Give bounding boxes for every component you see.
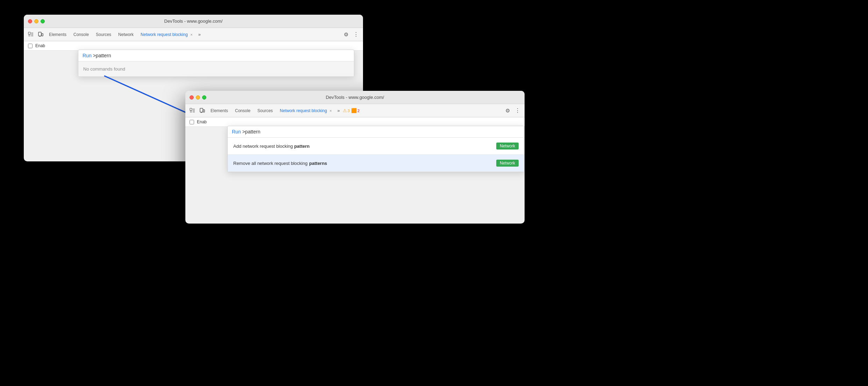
tab-close-icon-2[interactable]: ×	[329, 109, 332, 113]
toolbar-1: Elements Console Sources Network Network…	[24, 28, 363, 41]
svg-rect-6	[190, 108, 192, 110]
command-text-2: >pattern	[242, 129, 261, 134]
traffic-lights-2	[190, 95, 206, 100]
command-palette-1: Run >pattern No commands found	[78, 50, 354, 77]
network-badge-1: Network	[496, 143, 519, 150]
enable-checkbox-2[interactable]	[190, 120, 194, 124]
no-results-1: No commands found	[78, 61, 354, 77]
error-count: 2	[357, 109, 360, 113]
warning-count: 3	[348, 109, 350, 113]
error-icon: 🟧	[351, 108, 357, 113]
close-button-2[interactable]	[190, 95, 194, 100]
tab-sources-2[interactable]: Sources	[255, 107, 276, 115]
error-badge: 🟧 2	[351, 108, 360, 113]
tab-network-blocking-1[interactable]: Network request blocking ×	[138, 31, 195, 38]
result-text-1: Add network request blocking pattern	[233, 144, 310, 149]
more-tabs-icon-1[interactable]: »	[197, 31, 202, 38]
toolbar-2: Elements Console Sources Network request…	[185, 104, 525, 117]
result-row-1[interactable]: Add network request blocking pattern Net…	[228, 138, 524, 155]
device-icon-1[interactable]	[36, 30, 45, 39]
run-label-1: Run	[83, 53, 92, 58]
maximize-button-2[interactable]	[202, 95, 206, 100]
warning-icon: ⚠	[343, 108, 347, 113]
result-text-2: Remove all network request blocking patt…	[233, 161, 327, 166]
window-title-2: DevTools - www.google.com/	[326, 95, 384, 100]
enable-row-2: Enab	[185, 117, 525, 127]
tab-network-1[interactable]: Network	[115, 31, 136, 38]
svg-rect-2	[42, 34, 43, 36]
device-icon-2[interactable]	[198, 107, 206, 115]
minimize-button-2[interactable]	[196, 95, 200, 100]
command-palette-2: Run >pattern Add network request blockin…	[227, 126, 525, 172]
tab-elements-2[interactable]: Elements	[208, 107, 231, 115]
maximize-button-1[interactable]	[41, 19, 45, 23]
result-row-2[interactable]: Remove all network request blocking patt…	[228, 155, 524, 172]
more-options-icon-1[interactable]: ⋮	[352, 30, 360, 38]
tab-console-2[interactable]: Console	[232, 107, 253, 115]
warning-badge: ⚠ 3	[343, 108, 350, 113]
traffic-lights-1	[28, 19, 45, 23]
enable-label-2: Enab	[197, 119, 207, 124]
svg-rect-8	[203, 110, 205, 112]
svg-rect-7	[200, 108, 203, 112]
tab-close-icon-1[interactable]: ×	[190, 32, 192, 37]
close-button-1[interactable]	[28, 19, 32, 23]
settings-icon-1[interactable]: ⚙	[342, 31, 350, 38]
tab-console-1[interactable]: Console	[71, 31, 92, 38]
tab-network-blocking-2[interactable]: Network request blocking ×	[277, 107, 335, 115]
more-options-icon-2[interactable]: ⋮	[513, 107, 522, 115]
enable-checkbox-1[interactable]	[28, 44, 33, 48]
command-input-row-2: Run >pattern	[228, 126, 524, 138]
titlebar-1: DevTools - www.google.com/	[24, 15, 363, 28]
inspector-icon-1[interactable]	[27, 30, 35, 39]
command-input-row-1: Run >pattern	[78, 50, 354, 61]
tab-elements-1[interactable]: Elements	[46, 31, 69, 38]
enable-row-1: Enab	[24, 41, 363, 51]
tab-sources-1[interactable]: Sources	[93, 31, 114, 38]
titlebar-2: DevTools - www.google.com/	[185, 91, 525, 104]
settings-icon-2[interactable]: ⚙	[503, 107, 512, 115]
network-badge-2: Network	[496, 160, 519, 167]
enable-label-1: Enab	[35, 43, 45, 48]
run-label-2: Run	[232, 129, 241, 134]
svg-rect-1	[38, 32, 41, 36]
more-tabs-icon-2[interactable]: »	[336, 107, 341, 114]
inspector-icon-2[interactable]	[188, 107, 197, 115]
command-text-1: >pattern	[93, 53, 111, 58]
devtools-window-2: DevTools - www.google.com/ Elements Cons…	[185, 91, 525, 224]
svg-rect-0	[28, 32, 30, 34]
minimize-button-1[interactable]	[34, 19, 38, 23]
window-title-1: DevTools - www.google.com/	[164, 19, 223, 24]
